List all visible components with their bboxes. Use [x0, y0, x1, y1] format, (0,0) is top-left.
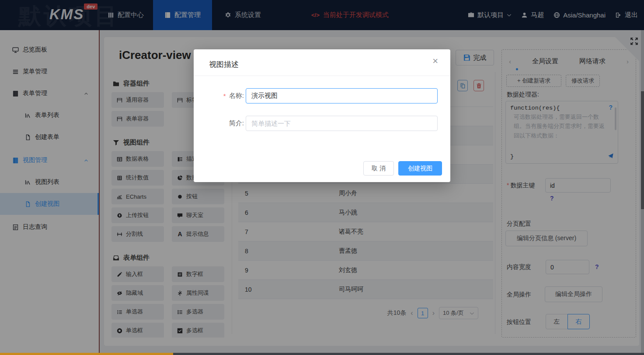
- bottom-scrollbar-segment[interactable]: [0, 353, 173, 355]
- bottom-scrollbar-segment[interactable]: [173, 353, 644, 355]
- view-description-dialog: 视图描述 × * 名称: 简介: 取 消 创建视图: [194, 49, 450, 182]
- cancel-button[interactable]: 取 消: [363, 161, 394, 176]
- desc-field-row: 简介:: [194, 116, 450, 131]
- name-label: * 名称:: [194, 88, 244, 103]
- dialog-divider: [194, 76, 450, 76]
- dialog-title: 视图描述: [209, 59, 239, 69]
- app-window: 默认项目 KMSdev 配置中心 配置管理 系统设置 </> 当前处于开发调试模…: [0, 0, 644, 355]
- view-desc-input[interactable]: [246, 116, 438, 131]
- desc-label: 简介:: [194, 116, 244, 131]
- close-icon[interactable]: ×: [432, 56, 438, 66]
- create-view-button[interactable]: 创建视图: [398, 161, 442, 176]
- view-name-input[interactable]: [246, 88, 438, 103]
- name-field-row: * 名称:: [194, 88, 450, 103]
